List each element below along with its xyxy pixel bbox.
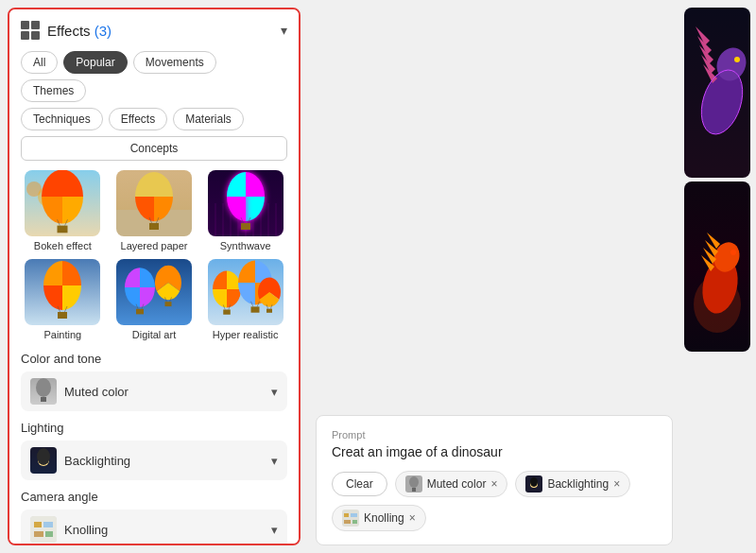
effect-label-synthwave: Synthwave <box>220 240 271 251</box>
filter-row-2: Techniques Effects Materials <box>21 108 287 130</box>
middle-area: Prompt Creat an imgae of a dinosaur Clea… <box>308 0 680 553</box>
color-tone-icon <box>30 378 57 405</box>
tag-backlighting-label: Backlighting <box>547 477 609 491</box>
clear-button[interactable]: Clear <box>332 472 387 496</box>
tag-backlighting[interactable]: Backlighting × <box>515 471 630 497</box>
effect-label-digital: Digital art <box>132 329 176 340</box>
color-tone-value: Muted color <box>64 385 129 399</box>
camera-icon <box>30 516 57 543</box>
tag-muted-color-close-icon[interactable]: × <box>490 477 497 491</box>
prompt-label: Prompt <box>332 429 657 441</box>
lighting-chevron-icon: ▾ <box>271 454 278 468</box>
prompt-box: Prompt Creat an imgae of a dinosaur Clea… <box>316 415 673 545</box>
filter-themes[interactable]: Themes <box>21 79 86 102</box>
color-tone-section-title: Color and tone <box>21 352 287 366</box>
panel-title: Effects (3) <box>47 23 112 39</box>
effect-label-painting: Painting <box>43 329 81 340</box>
panel-title-text: Effects <box>47 23 91 39</box>
tag-knolling[interactable]: Knolling × <box>332 505 426 531</box>
tag-muted-color-label: Muted color <box>427 477 487 491</box>
tag-backlighting-icon <box>525 475 542 493</box>
filter-concepts[interactable]: Concepts <box>21 136 287 161</box>
effect-item-layered[interactable]: Layered paper <box>112 170 197 251</box>
tag-knolling-close-icon[interactable]: × <box>409 511 416 525</box>
filter-row-1: All Popular Movements Themes <box>21 51 287 102</box>
lighting-section-title: Lighting <box>21 421 287 435</box>
effects-panel: Effects (3) ▾ All Popular Movements Them… <box>8 8 301 545</box>
color-tone-dropdown[interactable]: Muted color ▾ <box>21 372 287 411</box>
camera-chevron-icon: ▾ <box>271 523 278 537</box>
right-image-strip <box>680 0 756 553</box>
effect-item-hyper[interactable]: Hyper realistic <box>203 259 287 340</box>
effect-item-painting[interactable]: Painting <box>21 259 105 340</box>
effect-label-hyper: Hyper realistic <box>213 329 279 340</box>
tag-knolling-label: Knolling <box>364 511 404 525</box>
panel-header: Effects (3) ▾ <box>21 21 287 40</box>
filter-all[interactable]: All <box>21 51 58 74</box>
effect-item-synthwave[interactable]: Synthwave <box>203 170 287 251</box>
filter-materials[interactable]: Materials <box>173 108 244 130</box>
right-image-bottom[interactable] <box>684 181 750 352</box>
filter-movements[interactable]: Movements <box>133 51 216 74</box>
camera-section-title: Camera angle <box>21 490 287 504</box>
tag-muted-color-icon <box>405 475 422 493</box>
camera-value: Knolling <box>64 523 108 537</box>
panel-collapse-icon[interactable]: ▾ <box>281 23 287 38</box>
tag-knolling-icon <box>342 510 359 527</box>
camera-dropdown[interactable]: Knolling ▾ <box>21 510 287 545</box>
right-image-top[interactable] <box>684 8 750 178</box>
lighting-dropdown[interactable]: Backlighting ▾ <box>21 441 287 480</box>
effect-item-bokeh[interactable]: Bokeh effect <box>21 170 105 251</box>
color-tone-chevron-icon: ▾ <box>271 385 278 399</box>
panel-count: (3) <box>94 23 112 39</box>
effect-label-layered: Layered paper <box>121 240 188 251</box>
effect-label-bokeh: Bokeh effect <box>34 240 92 251</box>
tag-backlighting-close-icon[interactable]: × <box>613 477 620 491</box>
prompt-text: Creat an imgae of a dinosaur <box>332 444 657 459</box>
filter-popular[interactable]: Popular <box>63 51 127 74</box>
effect-item-digital[interactable]: Digital art <box>112 259 197 340</box>
lighting-value: Backlighting <box>64 454 130 468</box>
effects-grid: Bokeh effect Layered paper Synthwave Pai… <box>21 170 287 340</box>
prompt-tags-row: Clear Muted color × Backlighting × <box>332 471 657 531</box>
lighting-icon <box>30 447 57 474</box>
grid-icon <box>21 21 40 40</box>
filter-effects[interactable]: Effects <box>109 108 167 130</box>
filter-techniques[interactable]: Techniques <box>21 108 103 130</box>
tag-muted-color[interactable]: Muted color × <box>395 471 508 497</box>
